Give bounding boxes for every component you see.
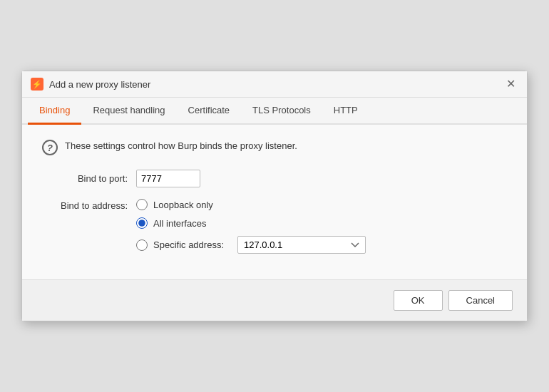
tab-binding[interactable]: Binding bbox=[28, 98, 81, 125]
tabs-bar: Binding Request handling Certificate TLS… bbox=[22, 98, 527, 125]
tab-tls-protocols[interactable]: TLS Protocols bbox=[241, 98, 322, 125]
title-bar: ⚡ Add a new proxy listener ✕ bbox=[22, 71, 527, 98]
specific-label[interactable]: Specific address: bbox=[153, 239, 232, 250]
burp-icon: ⚡ bbox=[31, 78, 43, 91]
footer: OK Cancel bbox=[22, 279, 527, 321]
bind-port-row: Bind to port: bbox=[42, 170, 507, 187]
info-icon: ? bbox=[42, 140, 58, 155]
info-text: These settings control how Burp binds th… bbox=[65, 139, 297, 153]
specific-address-row: Specific address: 127.0.0.1 0.0.0.0 192.… bbox=[136, 236, 366, 254]
bind-port-label: Bind to port: bbox=[42, 173, 128, 184]
loopback-row: Loopback only bbox=[136, 199, 366, 210]
title-bar-left: ⚡ Add a new proxy listener bbox=[31, 78, 150, 91]
specific-address-select[interactable]: 127.0.0.1 0.0.0.0 192.168.1.1 bbox=[237, 236, 366, 254]
loopback-radio[interactable] bbox=[136, 199, 148, 210]
close-button[interactable]: ✕ bbox=[503, 77, 518, 91]
all-interfaces-row: All interfaces bbox=[136, 217, 366, 229]
loopback-label[interactable]: Loopback only bbox=[153, 200, 213, 210]
cancel-button[interactable]: Cancel bbox=[448, 290, 513, 311]
tab-request-handling[interactable]: Request handling bbox=[81, 98, 176, 125]
all-interfaces-label[interactable]: All interfaces bbox=[153, 218, 206, 229]
ok-button[interactable]: OK bbox=[394, 290, 443, 311]
tab-http[interactable]: HTTP bbox=[322, 98, 369, 125]
dialog: ⚡ Add a new proxy listener ✕ Binding Req… bbox=[21, 71, 528, 321]
bind-port-input[interactable] bbox=[136, 170, 200, 187]
all-interfaces-radio[interactable] bbox=[136, 217, 148, 229]
tab-certificate[interactable]: Certificate bbox=[177, 98, 242, 125]
content-area: ? These settings control how Burp binds … bbox=[22, 125, 527, 279]
bind-address-label: Bind to address: bbox=[42, 199, 128, 211]
address-options: Loopback only All interfaces Specific ad… bbox=[136, 199, 366, 254]
info-row: ? These settings control how Burp binds … bbox=[42, 139, 507, 155]
dialog-title: Add a new proxy listener bbox=[49, 79, 150, 90]
bind-address-row: Bind to address: Loopback only All inter… bbox=[42, 199, 507, 254]
specific-radio[interactable] bbox=[136, 239, 148, 251]
